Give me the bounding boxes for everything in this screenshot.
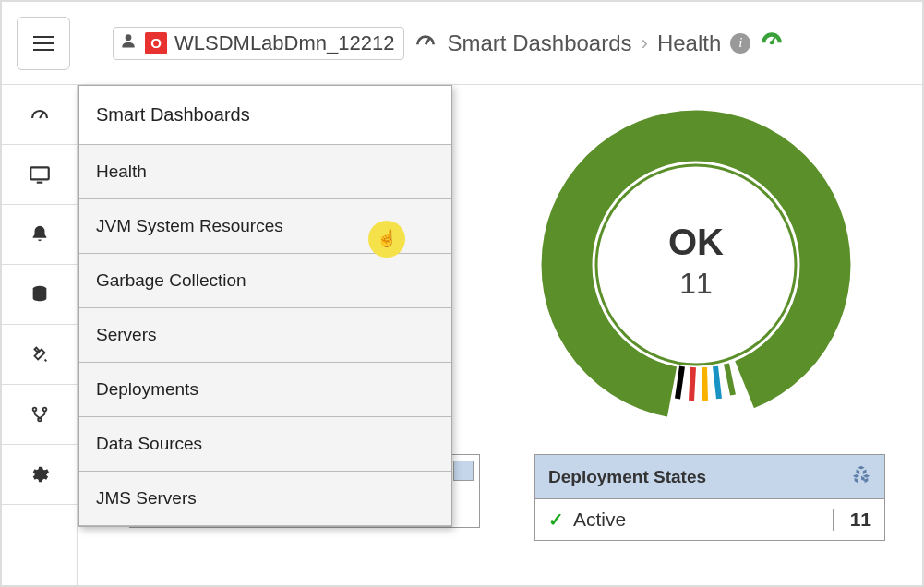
flyout-item-servers[interactable]: Servers	[79, 308, 451, 363]
chevron-right-icon: ›	[642, 31, 648, 55]
donut-status-label: OK	[668, 222, 724, 263]
breadcrumb-section[interactable]: Smart Dashboards	[447, 30, 631, 56]
flyout-title: Smart Dashboards	[79, 86, 451, 145]
sidebar-item-alerts[interactable]	[2, 205, 77, 265]
donut-center: OK 11	[668, 222, 724, 301]
svg-rect-5	[30, 167, 49, 179]
check-icon: ✓	[548, 509, 564, 531]
cubes-icon[interactable]	[851, 464, 871, 489]
hamburger-icon	[33, 42, 54, 44]
cursor-highlight: ☝	[368, 221, 405, 258]
svg-line-15	[691, 367, 693, 401]
pointer-cursor-icon: ☝	[377, 228, 397, 248]
deployment-row-active[interactable]: ✓ Active 11	[535, 499, 884, 540]
svg-line-3	[772, 37, 774, 42]
svg-point-0	[126, 34, 132, 41]
flyout-item-jms-servers[interactable]: JMS Servers	[79, 472, 451, 526]
svg-point-9	[42, 408, 46, 412]
deployment-states-title: Deployment States	[548, 467, 706, 487]
flyout-item-data-sources[interactable]: Data Sources	[79, 417, 451, 472]
sidebar-item-branch[interactable]	[2, 385, 77, 445]
sidebar	[2, 85, 78, 585]
smart-dashboards-flyout: Smart Dashboards Health JVM System Resou…	[78, 85, 452, 527]
panel-icon-partial	[453, 461, 474, 481]
deployment-states-panel: Deployment States ✓ Active 11	[534, 454, 885, 541]
domain-name: WLSDMLabDmn_12212	[174, 31, 394, 55]
breadcrumb-page: Health	[657, 30, 721, 56]
breadcrumb: O WLSDMLabDmn_12212 Smart Dashboards › H…	[113, 27, 784, 60]
gauge-icon	[414, 29, 438, 58]
svg-line-4	[40, 113, 43, 118]
user-icon	[119, 31, 138, 55]
info-icon[interactable]: i	[730, 33, 750, 54]
flyout-item-deployments[interactable]: Deployments	[79, 363, 451, 417]
deployment-row-label: Active	[573, 509, 626, 531]
deployment-states-header: Deployment States	[535, 455, 884, 499]
flyout-item-health[interactable]: Health	[79, 145, 451, 199]
sidebar-item-database[interactable]	[2, 265, 77, 325]
sidebar-item-monitor[interactable]	[2, 145, 77, 205]
health-donut-chart: OK 11	[525, 94, 867, 436]
sidebar-item-settings[interactable]	[2, 445, 77, 505]
sidebar-item-dashboard[interactable]	[2, 85, 77, 145]
domain-chip[interactable]: O WLSDMLabDmn_12212	[113, 27, 404, 60]
svg-line-16	[704, 367, 705, 401]
flyout-item-garbage-collection[interactable]: Garbage Collection	[79, 254, 451, 308]
svg-line-17	[715, 366, 719, 399]
donut-count: 11	[668, 267, 724, 301]
deployment-row-value: 11	[833, 509, 871, 531]
svg-point-8	[32, 408, 36, 412]
sidebar-item-tools[interactable]	[2, 325, 77, 385]
dashboard-status-icon[interactable]	[760, 29, 784, 58]
svg-line-1	[426, 38, 429, 44]
oracle-icon: O	[145, 32, 167, 54]
menu-toggle-button[interactable]	[17, 17, 70, 70]
